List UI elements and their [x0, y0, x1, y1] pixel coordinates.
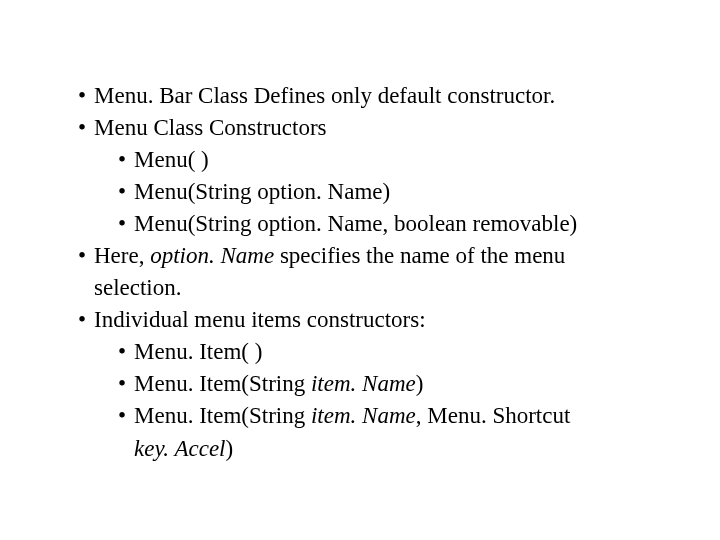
slide-body: •Menu. Bar Class Defines only default co…: [0, 0, 720, 540]
bullet-menuitem-ctor-string-shortcut-cont: key. Accel): [70, 433, 650, 464]
text-italic: item. Name: [311, 403, 416, 428]
text: selection.: [94, 275, 182, 300]
text: Menu(String option. Name): [134, 179, 390, 204]
bullet-icon: •: [78, 112, 94, 143]
text: Menu(String option. Name, boolean remova…: [134, 211, 577, 236]
bullet-menubar-class: •Menu. Bar Class Defines only default co…: [70, 80, 650, 111]
bullet-menu-ctor-empty: •Menu( ): [70, 144, 650, 175]
text-pre: Menu. Item(String: [134, 371, 311, 396]
bullet-option-name-desc-cont: selection.: [70, 272, 650, 303]
text-post: specifies the name of the menu: [274, 243, 565, 268]
bullet-menuitem-ctor-string: •Menu. Item(String item. Name): [70, 368, 650, 399]
bullet-menuitem-ctor-string-shortcut: •Menu. Item(String item. Name, Menu. Sho…: [70, 400, 650, 431]
bullet-icon: •: [118, 368, 134, 399]
bullet-option-name-desc: •Here, option. Name specifies the name o…: [70, 240, 650, 271]
text: Menu( ): [134, 147, 209, 172]
text-pre: Menu. Item(String: [134, 403, 311, 428]
bullet-icon: •: [78, 80, 94, 111]
bullet-icon: •: [118, 144, 134, 175]
bullet-icon: •: [78, 304, 94, 335]
bullet-icon: •: [78, 240, 94, 271]
text: Menu. Item( ): [134, 339, 262, 364]
bullet-menuitem-constructors: •Individual menu items constructors:: [70, 304, 650, 335]
bullet-icon: •: [118, 336, 134, 367]
text-italic: key. Accel: [134, 436, 226, 461]
text-italic: item. Name: [311, 371, 416, 396]
text: Individual menu items constructors:: [94, 307, 426, 332]
text-post: ): [226, 436, 234, 461]
bullet-menu-ctor-string: •Menu(String option. Name): [70, 176, 650, 207]
bullet-icon: •: [118, 400, 134, 431]
text-pre: Here,: [94, 243, 150, 268]
bullet-menuitem-ctor-empty: •Menu. Item( ): [70, 336, 650, 367]
text: Menu. Bar Class Defines only default con…: [94, 83, 555, 108]
text-mid: , Menu. Shortcut: [416, 403, 571, 428]
text-italic: option. Name: [150, 243, 274, 268]
bullet-menu-class-constructors: •Menu Class Constructors: [70, 112, 650, 143]
text: Menu Class Constructors: [94, 115, 327, 140]
bullet-menu-ctor-string-bool: •Menu(String option. Name, boolean remov…: [70, 208, 650, 239]
text-post: ): [416, 371, 424, 396]
bullet-icon: •: [118, 208, 134, 239]
bullet-icon: •: [118, 176, 134, 207]
